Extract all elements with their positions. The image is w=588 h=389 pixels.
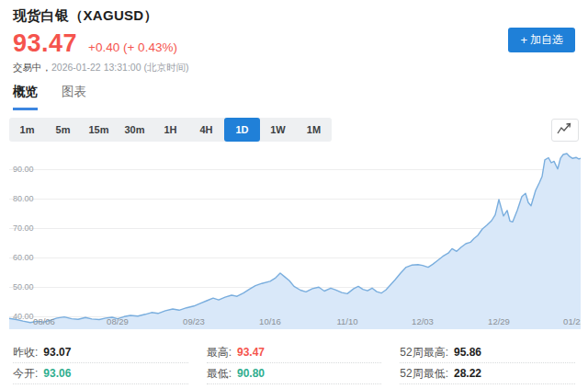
x-axis-label: 12/03 xyxy=(412,316,434,326)
chart-style-button[interactable] xyxy=(551,119,579,142)
price-area-chart xyxy=(9,145,581,329)
price-change: +0.40 (+ 0.43%) xyxy=(88,40,177,54)
timeframe-1h[interactable]: 1H xyxy=(153,118,188,142)
y-axis-label: 70.00 xyxy=(13,223,34,233)
timeframe-1w[interactable]: 1W xyxy=(260,118,296,142)
x-axis-label: 12/29 xyxy=(488,316,510,326)
page-title: 现货白银（XAGUSD） xyxy=(13,7,575,25)
stat-label: 52周最低: xyxy=(400,366,448,382)
stat-label: 最低: xyxy=(207,366,232,382)
y-axis-label: 50.00 xyxy=(13,282,34,292)
last-price: 93.47 xyxy=(13,29,77,58)
stat-value: 93.06 xyxy=(43,367,71,380)
timeframe-30m[interactable]: 30m xyxy=(117,118,153,142)
stat-52wk-low: 52周最低: 28.22 xyxy=(400,363,575,384)
timeframe-4h[interactable]: 4H xyxy=(188,118,224,142)
instrument-header: 现货白银（XAGUSD） + 加自选 93.47 +0.40 (+ 0.43%)… xyxy=(0,0,588,74)
tab-overview[interactable]: 概览 xyxy=(13,84,38,110)
stat-value: 28.22 xyxy=(454,367,481,380)
x-axis-label: 09/23 xyxy=(183,316,205,326)
stat-value: 93.47 xyxy=(237,346,265,359)
timeframe-5m[interactable]: 5m xyxy=(45,118,81,142)
plus-icon: + xyxy=(520,34,527,46)
x-axis-label: 08/29 xyxy=(107,316,129,326)
stat-label: 昨收: xyxy=(13,345,38,360)
line-chart-icon xyxy=(557,122,573,138)
stat-52wk-high: 52周最高: 95.86 xyxy=(400,342,575,363)
timeframe-1d[interactable]: 1D xyxy=(224,118,260,142)
tab-chart[interactable]: 图表 xyxy=(62,84,86,110)
timeframe-group: 1m 5m 15m 30m 1H 4H 1D 1W 1M xyxy=(9,118,332,142)
timeframe-1m[interactable]: 1m xyxy=(9,118,45,142)
price-chart: 90.0080.0070.0060.0050.0040.0008/0608/29… xyxy=(0,145,588,333)
x-axis-label: 08/06 xyxy=(33,316,55,326)
timeframe-15m[interactable]: 15m xyxy=(81,118,117,142)
y-axis-label: 60.00 xyxy=(13,253,34,262)
area-fill xyxy=(9,154,581,329)
stat-label: 今开: xyxy=(13,366,38,382)
timeframe-row: 1m 5m 15m 30m 1H 4H 1D 1W 1M xyxy=(0,110,588,142)
stat-low: 最低: 90.80 xyxy=(207,363,382,384)
trading-status-time: 2026-01-22 13:31:00 (北京时间) xyxy=(51,62,188,73)
timeframe-1m-month[interactable]: 1M xyxy=(296,118,332,142)
y-axis-label: 90.00 xyxy=(13,165,34,174)
x-axis-label: 11/10 xyxy=(336,316,357,326)
add-watchlist-button[interactable]: + 加自选 xyxy=(508,28,575,52)
x-axis-label: 01/22 xyxy=(563,316,581,326)
trading-status-prefix: 交易中， xyxy=(13,62,51,73)
stat-open: 今开: 93.06 xyxy=(13,363,188,384)
stat-high: 最高: 93.47 xyxy=(207,342,382,363)
stat-value: 93.07 xyxy=(43,346,71,359)
view-tabs: 概览 图表 xyxy=(0,74,588,110)
stat-label: 52周最高: xyxy=(400,345,448,360)
chart-plot-area[interactable]: 90.0080.0070.0060.0050.0040.0008/0608/29… xyxy=(9,145,581,329)
y-axis-label: 80.00 xyxy=(13,194,34,203)
stat-value: 95.86 xyxy=(454,346,481,359)
stats-grid: 昨收: 93.07 最高: 93.47 52周最高: 95.86 今开: 93.… xyxy=(0,333,588,384)
x-axis-label: 10/16 xyxy=(259,316,281,326)
stat-label: 最高: xyxy=(207,345,232,360)
add-watchlist-label: 加自选 xyxy=(530,32,563,48)
stat-value: 90.80 xyxy=(237,367,265,380)
trading-status: 交易中，2026-01-22 13:31:00 (北京时间) xyxy=(13,62,575,74)
stat-prev-close: 昨收: 93.07 xyxy=(13,342,188,363)
y-axis-label: 40.00 xyxy=(13,312,34,321)
